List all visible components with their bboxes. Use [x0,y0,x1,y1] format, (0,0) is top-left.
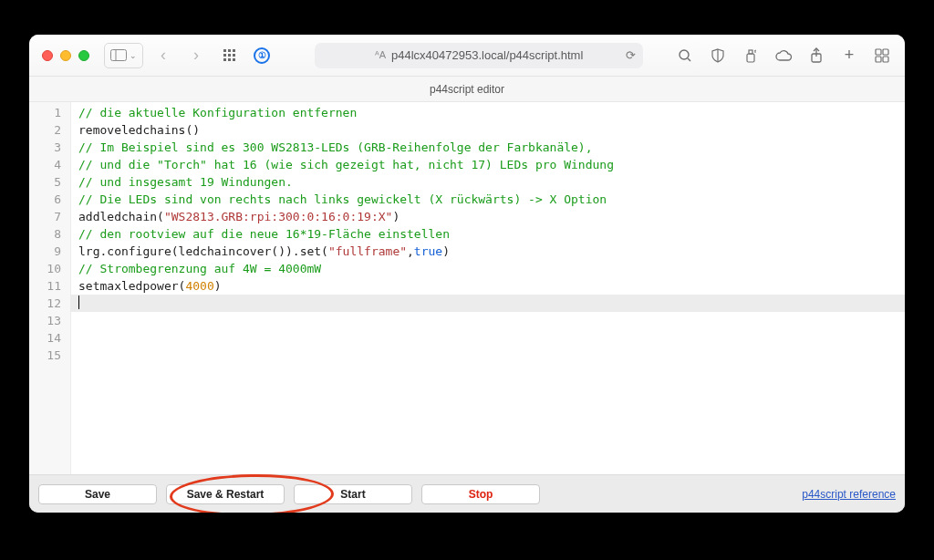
code-editor[interactable]: 123456789101112131415 // die aktuelle Ko… [29,102,905,474]
reference-link[interactable]: p44script reference [802,488,896,501]
svg-point-2 [680,50,689,59]
svg-rect-0 [111,50,127,61]
icloud-tabs-button[interactable] [773,46,794,66]
tab-overview-button[interactable] [872,46,892,66]
close-window-button[interactable] [42,50,53,61]
minimize-window-button[interactable] [60,50,71,61]
new-tab-button[interactable]: + [839,46,859,66]
share-icon [810,47,823,64]
cloud-icon [774,49,793,62]
grid-icon [223,49,235,61]
svg-rect-11 [883,49,888,55]
onepassword-icon: ① [254,47,270,64]
privacy-report-button[interactable] [708,46,728,66]
tab-bar: p44script editor [29,77,905,102]
line-number-gutter: 123456789101112131415 [29,102,71,474]
svg-rect-13 [883,57,888,62]
url-text: p44lcx40472953.local/p44script.html [391,48,583,62]
stop-button[interactable]: Stop [421,484,540,504]
forward-button[interactable]: › [183,43,209,68]
spray-icon [744,48,757,63]
save-button[interactable]: Save [38,484,157,504]
share-button[interactable] [806,46,826,66]
svg-rect-12 [876,57,881,62]
start-button[interactable]: Start [294,484,412,504]
address-bar[interactable]: ᴬA p44lcx40472953.local/p44script.html ⟳ [315,43,643,68]
password-manager-button[interactable]: ① [249,43,275,68]
shield-icon [711,48,725,63]
search-icon [678,48,692,63]
apps-grid-button[interactable] [216,43,242,68]
zoom-window-button[interactable] [78,50,89,61]
tab-title[interactable]: p44script editor [430,83,504,96]
chevron-down-icon: ⌄ [130,51,137,60]
code-area[interactable]: // die aktuelle Konfiguration entfernenr… [71,102,905,474]
reload-icon[interactable]: ⟳ [626,48,636,62]
svg-rect-10 [876,49,881,55]
svg-rect-5 [749,50,752,54]
window-controls [42,50,89,61]
svg-rect-4 [747,54,754,62]
search-button[interactable] [675,46,695,66]
browser-toolbar: ⌄ ‹ › ① ᴬA p44lcx40472953.local/p44scrip… [29,35,905,77]
sidebar-toggle-button[interactable]: ⌄ [104,43,143,68]
safari-window: ⌄ ‹ › ① ᴬA p44lcx40472953.local/p44scrip… [29,35,905,513]
editor-footer: Save Save & Restart Start Stop p44script… [29,474,905,513]
svg-line-6 [754,50,756,51]
save-restart-button[interactable]: Save & Restart [166,484,285,504]
back-button[interactable]: ‹ [150,43,176,68]
site-settings-icon: ᴬA [375,49,386,61]
extensions-button[interactable] [741,46,761,66]
svg-line-3 [688,58,690,61]
grid4-icon [875,48,889,63]
